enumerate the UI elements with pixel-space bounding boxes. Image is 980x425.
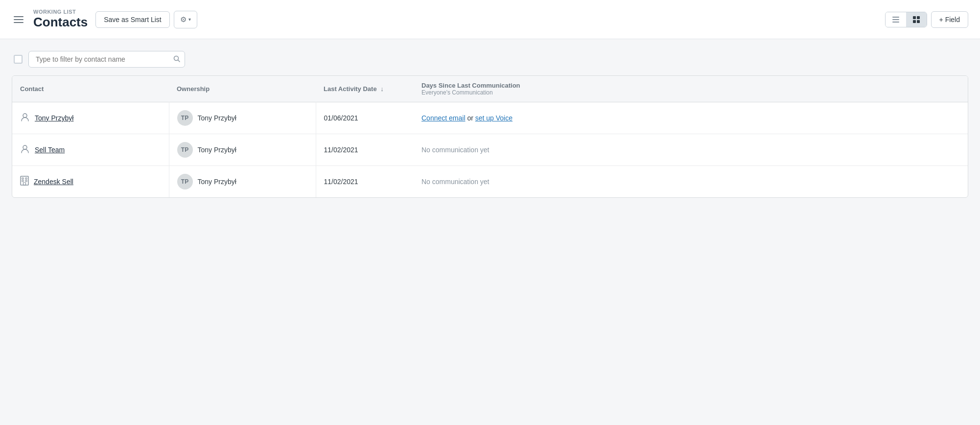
header-left: WORKING LIST Contacts Save as Smart List… — [12, 9, 197, 30]
comm-separator-1: or — [467, 114, 475, 122]
comm-cell-1: Connect email or set up Voice — [414, 102, 968, 134]
contacts-table-wrapper: Contact Ownership Last Activity Date ↓ D… — [12, 75, 968, 198]
column-header-last-activity[interactable]: Last Activity Date ↓ — [316, 76, 414, 102]
filter-row — [12, 51, 968, 68]
main-content: Contact Ownership Last Activity Date ↓ D… — [0, 39, 980, 198]
activity-date-2: 11/02/2021 — [324, 146, 358, 154]
header: WORKING LIST Contacts Save as Smart List… — [0, 0, 980, 39]
gear-icon: ⚙ — [180, 15, 187, 24]
working-list-label: WORKING LIST — [33, 9, 88, 15]
no-comm-text-2: No communication yet — [421, 146, 490, 154]
save-smart-list-button[interactable]: Save as Smart List — [95, 11, 170, 28]
activity-date-1: 01/06/2021 — [324, 114, 358, 122]
table-row: Sell Team TP Tony Przybył 11/02/2021 No … — [12, 134, 968, 166]
column-header-days-since-comm: Days Since Last Communication Everyone's… — [414, 76, 968, 102]
ownership-cell-3: TP Tony Przybył — [169, 166, 316, 198]
owner-name-2: Tony Przybył — [198, 146, 236, 154]
list-view-icon — [892, 17, 899, 23]
grid-view-button[interactable] — [906, 12, 927, 27]
avatar-1: TP — [177, 110, 193, 126]
ownership-cell-1: TP Tony Przybył — [169, 102, 316, 134]
gear-settings-button[interactable]: ⚙ ▾ — [174, 11, 197, 28]
svg-rect-7 — [22, 180, 23, 182]
svg-rect-6 — [25, 178, 27, 179]
search-input[interactable] — [28, 51, 185, 68]
header-right: + Field — [885, 11, 968, 28]
chevron-down-icon: ▾ — [188, 17, 191, 22]
search-container — [28, 51, 185, 68]
contact-cell-1: Tony Przybył — [12, 102, 169, 134]
no-comm-text-3: No communication yet — [421, 178, 490, 186]
title-block: WORKING LIST Contacts — [33, 9, 88, 30]
building-icon-3 — [20, 176, 29, 188]
connect-email-link[interactable]: Connect email — [421, 114, 466, 122]
owner-name-3: Tony Przybył — [198, 178, 236, 186]
person-icon-1 — [20, 112, 30, 124]
page-title: Contacts — [33, 15, 88, 30]
column-header-ownership: Ownership — [169, 76, 316, 102]
sort-arrow-icon: ↓ — [380, 85, 384, 93]
grid-view-icon — [913, 16, 920, 23]
owner-name-1: Tony Przybył — [198, 114, 236, 122]
column-header-comm-sub: Everyone's Communication — [421, 89, 960, 96]
select-all-checkbox-container[interactable] — [14, 55, 23, 64]
svg-point-2 — [23, 114, 27, 118]
activity-date-3: 11/02/2021 — [324, 178, 358, 186]
person-icon-2 — [20, 144, 30, 156]
contact-name-1[interactable]: Tony Przybył — [35, 114, 73, 122]
contacts-table: Contact Ownership Last Activity Date ↓ D… — [12, 76, 968, 197]
svg-rect-5 — [22, 178, 23, 179]
svg-rect-8 — [25, 180, 27, 182]
contact-name-3[interactable]: Zendesk Sell — [34, 178, 73, 186]
list-view-button[interactable] — [886, 12, 906, 27]
column-header-contact: Contact — [12, 76, 169, 102]
contact-cell-2: Sell Team — [12, 134, 169, 166]
svg-point-3 — [23, 145, 27, 149]
date-cell-2: 11/02/2021 — [316, 134, 414, 166]
comm-cell-2: No communication yet — [414, 134, 968, 166]
date-cell-1: 01/06/2021 — [316, 102, 414, 134]
header-actions: Save as Smart List ⚙ ▾ — [95, 11, 197, 28]
contact-cell-3: Zendesk Sell — [12, 166, 169, 198]
setup-voice-link[interactable]: set up Voice — [475, 114, 513, 122]
add-field-button[interactable]: + Field — [931, 11, 968, 28]
table-header: Contact Ownership Last Activity Date ↓ D… — [12, 76, 968, 102]
ownership-cell-2: TP Tony Przybył — [169, 134, 316, 166]
select-all-checkbox[interactable] — [14, 55, 23, 64]
contact-name-2[interactable]: Sell Team — [35, 146, 65, 154]
date-cell-3: 11/02/2021 — [316, 166, 414, 198]
avatar-3: TP — [177, 174, 193, 189]
table-row: Zendesk Sell TP Tony Przybył 11/02/2021 … — [12, 166, 968, 198]
table-body: Tony Przybył TP Tony Przybył 01/06/2021 … — [12, 102, 968, 198]
hamburger-menu-icon[interactable] — [12, 14, 25, 25]
view-toggle — [885, 12, 927, 27]
comm-cell-3: No communication yet — [414, 166, 968, 198]
table-row: Tony Przybył TP Tony Przybył 01/06/2021 … — [12, 102, 968, 134]
avatar-2: TP — [177, 142, 193, 158]
